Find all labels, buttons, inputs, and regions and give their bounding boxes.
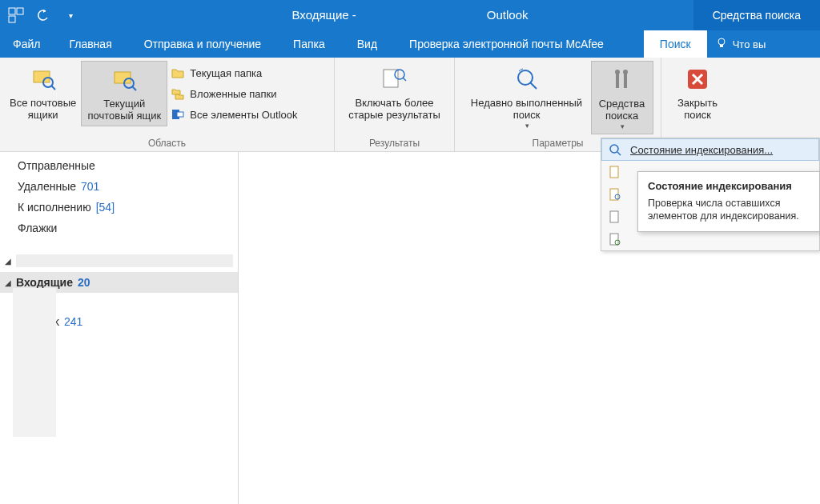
svg-rect-1 — [17, 8, 23, 14]
group-scope-label: Область — [0, 136, 334, 151]
tooltip-body: Проверка числа оставшихся элементов для … — [648, 197, 810, 223]
folder-inbox-label: Входящие — [16, 276, 73, 289]
tab-view[interactable]: Вид — [341, 30, 393, 58]
tab-search[interactable]: Поиск — [644, 30, 707, 58]
collapse-icon[interactable]: ◢ — [5, 257, 13, 266]
current-mailbox-button[interactable]: Текущий почтовый ящик — [81, 61, 167, 126]
folder-flags-label: Флажки — [18, 222, 57, 234]
close-search-label: Закрыть поиск — [677, 98, 718, 122]
app-icon[interactable] — [5, 4, 27, 26]
subfolders-label: Вложенные папки — [190, 88, 276, 100]
folder-sent[interactable]: Отправленные — [0, 155, 238, 176]
svg-rect-2 — [9, 16, 15, 22]
subfolders-icon — [171, 86, 185, 101]
svg-line-10 — [132, 86, 136, 90]
menu-index-status-label: Состояние индексирования... — [630, 144, 773, 156]
qat-more-icon[interactable]: ▾ — [59, 4, 82, 26]
svg-rect-12 — [177, 112, 183, 117]
folder-deleted-label: Удаленные — [18, 180, 76, 193]
close-search-button[interactable]: Закрыть поиск — [669, 61, 726, 125]
document-icon — [608, 165, 622, 179]
clock-search-icon — [380, 64, 410, 94]
title-redacted — [360, 8, 484, 22]
all-mailboxes-button[interactable]: Все почтовые ящики — [5, 61, 81, 125]
recent-search-icon — [512, 64, 542, 94]
collapse-icon[interactable]: ◢ — [5, 278, 13, 287]
context-tab-search-tools[interactable]: Средства поиска — [693, 0, 820, 30]
group-scope: Все почтовые ящики Текущий почтовый ящик… — [0, 58, 335, 151]
svg-rect-30 — [610, 211, 618, 222]
tab-file[interactable]: Файл — [0, 30, 53, 58]
tools-icon — [607, 65, 637, 95]
svg-rect-31 — [610, 234, 618, 245]
tab-mcafee[interactable]: Проверка электронной почты McAfee — [393, 30, 620, 58]
all-mailboxes-label: Все почтовые ящики — [10, 98, 76, 122]
folder-todo-label: К исполнению — [18, 201, 91, 214]
svg-line-15 — [403, 78, 406, 81]
title-bar: ▾ Входящие - Outlook Средства поиска — [0, 0, 820, 30]
recent-search-button[interactable]: Недавно выполненный поиск▾ — [463, 61, 591, 133]
document-search-icon — [608, 187, 622, 202]
folder-todo-count: [54] — [96, 201, 115, 214]
svg-point-3 — [718, 38, 725, 45]
svg-rect-27 — [610, 166, 618, 178]
folder-pane: Отправленные Удаленные 701 К исполнению … — [0, 152, 239, 504]
group-results-label: Результаты — [335, 136, 454, 151]
svg-rect-4 — [720, 45, 723, 47]
tab-send-receive[interactable]: Отправка и получение — [128, 30, 277, 58]
chevron-down-icon: ▾ — [525, 122, 529, 130]
lightbulb-icon — [715, 37, 728, 52]
mailbox-search-icon — [109, 65, 139, 95]
subfolders-button[interactable]: Вложенные папки — [167, 85, 300, 102]
folder-deleted[interactable]: Удаленные 701 — [0, 176, 238, 197]
folder-inbox-count: 20 — [78, 276, 90, 289]
tell-me[interactable]: Что вы — [707, 30, 774, 58]
ribbon-tabs: Файл Главная Отправка и получение Папка … — [0, 30, 820, 58]
chevron-down-icon: ▾ — [621, 122, 625, 130]
separator — [0, 238, 238, 250]
folder-icon — [171, 66, 185, 80]
group-results: Включать более старые результаты Результ… — [335, 58, 455, 151]
svg-rect-5 — [34, 71, 50, 82]
tooltip-title: Состояние индексирования — [648, 180, 810, 192]
all-outlook-items-button[interactable]: Все элементы Outlook — [167, 106, 300, 123]
menu-index-status[interactable]: Состояние индексирования... — [601, 138, 819, 161]
tab-folder[interactable]: Папка — [277, 30, 341, 58]
svg-point-20 — [615, 70, 620, 74]
account-row[interactable]: ◢ — [0, 250, 238, 272]
folder-flags[interactable]: Флажки — [0, 218, 238, 238]
tooltip-index-status: Состояние индексирования Проверка числа … — [637, 171, 820, 232]
folder-sent-label: Отправленные — [18, 159, 95, 172]
svg-rect-0 — [9, 8, 15, 14]
current-folder-label: Текущая папка — [190, 67, 262, 79]
tab-home[interactable]: Главная — [53, 30, 127, 58]
include-older-button[interactable]: Включать более старые результаты — [343, 61, 447, 125]
account-name-redacted — [16, 254, 233, 267]
title-suffix: Outlook — [487, 8, 529, 22]
svg-line-26 — [617, 152, 621, 155]
svg-rect-8 — [115, 72, 131, 83]
close-icon — [682, 64, 713, 94]
scope-small-buttons: Текущая папка Вложенные папки Все элемен… — [167, 61, 300, 123]
include-older-label: Включать более старые результаты — [348, 98, 440, 122]
all-outlook-items-label: Все элементы Outlook — [190, 109, 297, 121]
undo-icon[interactable] — [32, 4, 54, 26]
subfolder-sk-count: 241 — [64, 315, 82, 328]
current-mailbox-label: Текущий почтовый ящик — [87, 98, 161, 122]
folder-todo[interactable]: К исполнению [54] — [0, 197, 238, 218]
current-folder-button[interactable]: Текущая папка — [167, 64, 300, 82]
svg-line-17 — [530, 82, 537, 89]
recent-search-label: Недавно выполненный поиск — [471, 98, 582, 122]
svg-line-7 — [51, 86, 55, 90]
folder-deleted-count: 701 — [81, 180, 99, 193]
search-tools-label: Средства поиска — [599, 98, 645, 122]
title-prefix: Входящие - — [292, 8, 356, 22]
document-gear-icon — [608, 232, 622, 246]
mailbox-search-icon — [28, 64, 58, 94]
search-tools-button[interactable]: Средства поиска▾ — [591, 61, 653, 134]
document-icon — [608, 210, 622, 224]
svg-point-21 — [623, 70, 628, 74]
search-status-icon — [608, 142, 622, 157]
svg-point-25 — [610, 145, 618, 153]
tell-me-label: Что вы — [733, 38, 766, 50]
